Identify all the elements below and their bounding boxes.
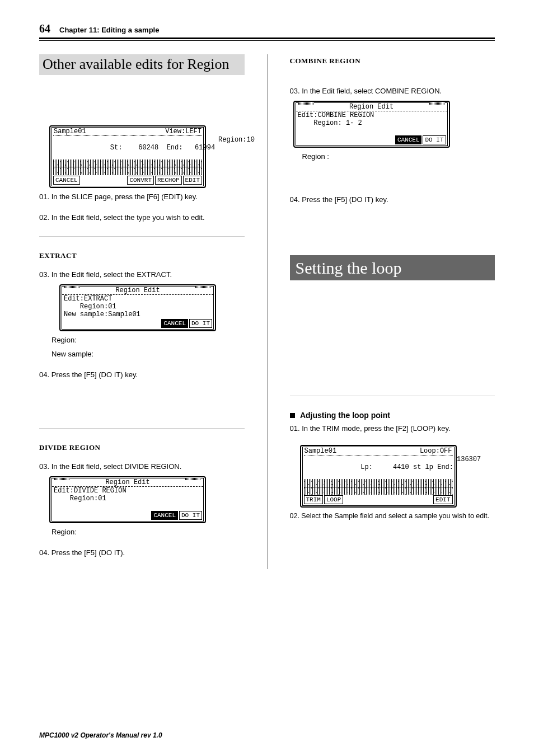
lcd-slice-edit-button: EDIT (183, 176, 202, 185)
header-rule-thick (39, 37, 495, 39)
lcd-slice-end-label: End: (167, 144, 183, 152)
lcd-loop-end-label: End: (437, 463, 453, 471)
extract-step-04: 04. Press the [F5] (DO IT) key. (39, 370, 245, 379)
heading-other-available-edits: Other available edits for Region (39, 54, 245, 75)
left-column: Other available edits for Region Sample0… (39, 54, 245, 569)
combine-step-04: 04. Press the [F5] (DO IT) key. (290, 195, 495, 204)
lcd-divide-title: Region Edit (105, 478, 149, 486)
lcd-slice-st-label: St: (110, 144, 123, 152)
lcd-slice-region: Region:10 (218, 136, 255, 159)
heading-extract: EXTRACT (39, 251, 245, 260)
loop-step-02: 02. Select the Sample field and select a… (290, 512, 495, 520)
divide-step-03: 03. In the Edit field, select DIVIDE REG… (39, 462, 245, 471)
lcd-combine-cancel-button: CANCEL (395, 135, 422, 144)
lcd-slice-st-val: 60248 (138, 144, 158, 152)
lcd-extract: Region Edit Edit:EXTRACT Region:01 New s… (59, 284, 216, 331)
lcd-loop-end-val: 136307 (457, 456, 481, 479)
divide-step-04: 04. Press the [F5] (DO IT). (39, 548, 245, 557)
extract-label-region: Region: (51, 336, 245, 344)
lcd-extract-region: Region:01 (80, 303, 116, 311)
page-header: 64 Chapter 11: Editing a sample (39, 22, 495, 35)
loop-step-01: 01. In the TRIM mode, press the [F2] (LO… (290, 424, 495, 433)
lcd-slice-convrt-button: CONVRT (127, 176, 154, 185)
lcd-extract-new-sample: New sample:Sample01 (64, 311, 140, 318)
lcd-divide-cancel-button: CANCEL (151, 511, 178, 520)
heading-divide-region: DIVIDE REGION (39, 443, 245, 452)
divider (39, 428, 245, 429)
lcd-divide-region: Region:01 (70, 495, 106, 503)
page-number: 64 (39, 22, 50, 35)
lcd-extract-cancel-button: CANCEL (161, 319, 188, 328)
lcd-loop-state: Loop:OFF (420, 447, 452, 455)
lcd-loop-lp-val: 4410 (393, 463, 409, 471)
column-divider (267, 54, 268, 569)
lcd-slice-rechop-button: RECHOP (155, 176, 182, 185)
subhead-adjusting-loop-point-text: Adjusting the loop point (300, 411, 390, 420)
lcd-slice-waveform (53, 159, 202, 175)
lcd-divide-edit: Edit:DIVIDE REGION (54, 487, 127, 495)
lcd-loop-waveform (304, 479, 453, 495)
lcd-combine: Region Edit Edit:COMBINE REGION Region: … (293, 101, 450, 148)
lcd-loop-trim-button: TRIM (304, 495, 323, 504)
lcd-loop-lp-label: Lp: (360, 463, 373, 471)
lcd-extract-edit: Edit:EXTRACT (64, 295, 112, 303)
lcd-combine-title: Region Edit (349, 103, 394, 111)
lcd-loop-stlp: st lp (413, 463, 433, 471)
lcd-slice-view: View:LEFT (165, 128, 202, 135)
combine-step-03: 03. In the Edit field, select COMBINE RE… (290, 87, 495, 95)
lcd-slice-cancel-button: CANCEL (53, 176, 80, 185)
lcd-loop-loop-button: LOOP (324, 495, 343, 504)
left-step-01: 01. In the SLICE page, press the [F6] (E… (39, 192, 245, 201)
header-rule-thin (39, 40, 495, 41)
chapter-title: Chapter 11: Editing a sample (59, 26, 159, 34)
lcd-slice-sample: Sample01 (54, 128, 86, 135)
extract-label-new-sample: New sample: (51, 350, 245, 358)
lcd-loop-sample: Sample01 (305, 447, 337, 455)
heading-combine-region: COMBINE REGION (290, 57, 495, 65)
combine-label-region: Region : (302, 152, 495, 161)
divider (290, 396, 495, 396)
lcd-divide: Region Edit Edit:DIVIDE REGION Region:01… (49, 476, 206, 523)
lcd-extract-title: Region Edit (115, 287, 160, 294)
lcd-combine-region: Region: 1- 2 (313, 119, 362, 127)
lcd-loop-edit-button: EDIT (433, 495, 452, 504)
subhead-adjusting-loop-point: Adjusting the loop point (290, 411, 495, 420)
lcd-combine-edit: Edit:COMBINE REGION (298, 111, 374, 119)
right-column: COMBINE REGION 03. In the Edit field, se… (290, 54, 495, 569)
divider (39, 236, 245, 237)
lcd-loop: Sample01 Loop:OFF Lp: 4410 st lp End: 13… (300, 445, 457, 508)
heading-setting-the-loop: Setting the loop (290, 255, 495, 280)
lcd-slice-end-val: 61994 (195, 144, 215, 152)
extract-step-03: 03. In the Edit field, select the EXTRAC… (39, 270, 245, 279)
lcd-combine-doit-button: DO IT (423, 135, 446, 144)
lcd-divide-doit-button: DO IT (179, 511, 202, 520)
footer-manual-info: MPC1000 v2 Operator's Manual rev 1.0 (39, 731, 162, 739)
left-step-02: 02. In the Edit field, select the type y… (39, 213, 245, 222)
lcd-extract-doit-button: DO IT (189, 319, 212, 328)
lcd-slice: Sample01 View:LEFT St: 60248 End: 61994 … (49, 125, 206, 188)
divide-label-region: Region: (51, 528, 245, 536)
